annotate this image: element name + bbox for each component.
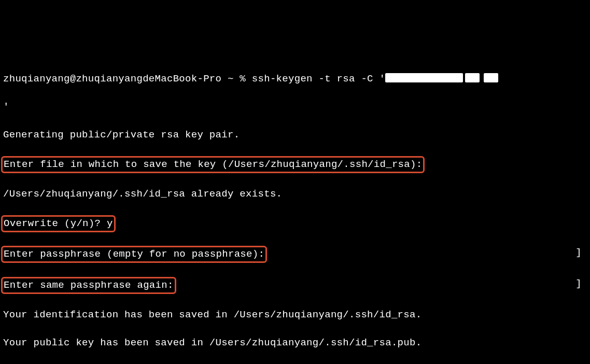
terminal-window[interactable]: zhuqianyang@zhuqianyangdeMacBook-Pro ~ %… (3, 58, 587, 364)
enter-file-line: Enter file in which to save the key (/Us… (3, 156, 587, 173)
prompt-command-line: zhuqianyang@zhuqianyangdeMacBook-Pro ~ %… (3, 72, 587, 86)
highlight-enter-file: Enter file in which to save the key (/Us… (1, 156, 425, 173)
id-saved-line: Your identification has been saved in /U… (3, 308, 587, 322)
passphrase-line: Enter passphrase (empty for no passphras… (3, 246, 587, 263)
pub-saved-line: Your public key has been saved in /Users… (3, 336, 587, 350)
quote-continuation: ' (3, 100, 587, 114)
redacted-email (385, 73, 463, 82)
highlight-overwrite: Overwrite (y/n)? y (1, 215, 116, 232)
already-exists-line: /Users/zhuqianyang/.ssh/id_rsa already e… (3, 187, 587, 201)
highlight-passphrase-again: Enter same passphrase again: (1, 277, 176, 294)
passphrase-again-line: Enter same passphrase again:] (3, 277, 587, 294)
highlight-passphrase: Enter passphrase (empty for no passphras… (1, 246, 267, 263)
bracket-icon: ] (575, 246, 582, 260)
redacted-segment (465, 73, 480, 82)
generating-line: Generating public/private rsa key pair. (3, 128, 587, 142)
overwrite-line: Overwrite (y/n)? y (3, 215, 587, 232)
redacted-segment (484, 73, 498, 82)
prompt-text: zhuqianyang@zhuqianyangdeMacBook-Pro ~ %… (3, 73, 385, 85)
bracket-icon: ] (575, 277, 582, 291)
